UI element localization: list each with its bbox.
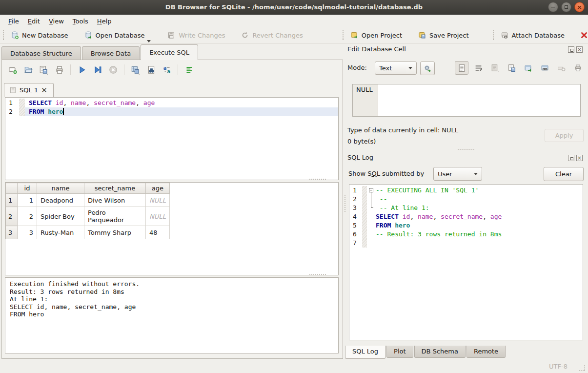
find-button[interactable] xyxy=(144,63,158,76)
auto-switch-mode-button[interactable] xyxy=(420,62,435,75)
execute-line-button[interactable] xyxy=(91,63,104,76)
maximize-button[interactable] xyxy=(561,2,571,12)
line-number: 2 xyxy=(5,107,19,116)
execution-message-box[interactable]: Execution finished without errors. Resul… xyxy=(5,277,339,353)
column-header-secret-name[interactable]: secret_name xyxy=(84,183,146,194)
float-dock-icon[interactable] xyxy=(568,155,574,161)
new-sql-tab-button[interactable] xyxy=(6,63,19,76)
sql-doc-tab-label: SQL 1 xyxy=(20,86,38,94)
save-results-button[interactable] xyxy=(129,63,142,76)
execute-sql-button[interactable] xyxy=(75,63,88,76)
close-dock-icon[interactable]: × xyxy=(576,46,583,53)
format-sql-button[interactable] xyxy=(182,63,196,76)
dock-tab-bar: SQL Log Plot DB Schema Remote xyxy=(345,346,507,359)
fold-collapse-icon[interactable] xyxy=(367,186,375,195)
close-dock-icon[interactable]: × xyxy=(576,155,583,161)
tab-sql-log[interactable]: SQL Log xyxy=(345,346,385,359)
set-null-button[interactable] xyxy=(554,61,568,75)
save-project-button[interactable]: Save Project xyxy=(413,29,473,41)
menu-view[interactable]: View xyxy=(44,16,68,26)
open-in-external-button[interactable] xyxy=(521,61,535,75)
column-header-name[interactable]: name xyxy=(37,183,84,194)
cell-secret-name[interactable]: Dive Wilson xyxy=(84,194,146,207)
code-line[interactable]: FROM hero xyxy=(25,107,338,116)
cell-type-info: Type of data currently in cell: NULL xyxy=(347,126,458,134)
open-database-button[interactable]: Open Database xyxy=(80,29,149,41)
toolbar-drag-handle[interactable] xyxy=(493,30,494,40)
cell-id[interactable]: 2 xyxy=(18,207,37,226)
word-wrap-button[interactable] xyxy=(471,61,485,75)
tab-remote[interactable]: Remote xyxy=(466,346,506,358)
toolbar-drag-handle[interactable] xyxy=(343,30,344,40)
cell-age[interactable]: NULL xyxy=(146,207,170,226)
open-sql-file-button[interactable] xyxy=(21,63,35,76)
export-cell-data-button[interactable] xyxy=(505,61,518,75)
text-cursor xyxy=(63,108,64,115)
log-filter-select[interactable]: User xyxy=(433,167,482,181)
dock-splitter-grip[interactable] xyxy=(458,149,474,150)
apply-button[interactable]: Apply xyxy=(545,129,584,142)
tab-execute-sql[interactable]: Execute SQL xyxy=(141,44,198,60)
sql-doc-tab[interactable]: SQL 1 ✕ xyxy=(4,83,54,97)
save-sql-file-button[interactable] xyxy=(37,63,50,76)
clear-log-button[interactable]: Clear xyxy=(544,167,584,181)
row-header[interactable]: 2 xyxy=(6,207,18,226)
column-header-age[interactable]: age xyxy=(146,183,170,194)
column-header-id[interactable]: id xyxy=(18,183,37,194)
resize-grip[interactable] xyxy=(579,365,585,371)
mode-select[interactable]: Text xyxy=(375,62,417,75)
splitter-grip[interactable] xyxy=(309,274,326,275)
cell-value: NULL xyxy=(356,86,373,93)
menu-tools[interactable]: Tools xyxy=(68,16,93,26)
log-line: 6 -- Result: 3 rows returned in 8ms xyxy=(349,230,583,239)
cell-name[interactable]: Deadpond xyxy=(37,194,84,207)
toolbar-drag-handle[interactable] xyxy=(3,30,4,40)
row-header[interactable]: 3 xyxy=(6,226,18,239)
print-sql-button[interactable] xyxy=(53,63,66,76)
cell-secret-name[interactable]: Pedro Parqueador xyxy=(84,207,146,226)
open-project-button[interactable]: Open Project xyxy=(345,29,406,41)
tab-db-schema[interactable]: DB Schema xyxy=(414,346,466,358)
menu-help[interactable]: Help xyxy=(93,16,116,26)
import-cell-data-button[interactable] xyxy=(488,61,502,75)
cell-value-editor[interactable]: NULL xyxy=(352,84,581,117)
log-line: 5 FROM hero xyxy=(349,221,583,230)
sql-editor[interactable]: 1 SELECT id, name, secret_name, age 2 FR… xyxy=(5,97,339,180)
stop-sql-button[interactable] xyxy=(106,63,120,76)
find-replace-button[interactable]: aa xyxy=(160,63,173,76)
cell-secret-name[interactable]: Tommy Sharp xyxy=(84,226,146,239)
minimize-button[interactable]: − xyxy=(548,2,558,12)
open-database-dropdown-icon[interactable] xyxy=(147,40,151,42)
copy-link-button[interactable] xyxy=(538,61,551,75)
attach-database-button[interactable]: Attach Database xyxy=(496,29,569,41)
tab-database-structure[interactable]: Database Structure xyxy=(1,46,81,60)
cell-name[interactable]: Spider-Boy xyxy=(37,207,84,226)
write-changes-button[interactable]: Write Changes xyxy=(162,29,229,41)
text-mode-button[interactable] xyxy=(455,61,468,75)
close-database-button[interactable]: Close Database xyxy=(576,29,588,41)
menu-edit[interactable]: Edit xyxy=(23,16,44,26)
cell-age[interactable]: NULL xyxy=(146,194,170,207)
close-sql-tab-icon[interactable]: ✕ xyxy=(41,87,47,93)
float-dock-icon[interactable] xyxy=(568,46,574,53)
cell-name[interactable]: Rusty-Man xyxy=(37,226,84,239)
table-row: 1 1 Deadpond Dive Wilson NULL xyxy=(6,194,170,207)
cell-id[interactable]: 3 xyxy=(18,226,37,239)
pane-splitter[interactable] xyxy=(345,195,345,212)
tab-plot[interactable]: Plot xyxy=(386,346,413,358)
sql-log-view[interactable]: 1 -- EXECUTING ALL IN 'SQL 1' 2 -- 3 -- … xyxy=(349,184,583,340)
row-header[interactable]: 1 xyxy=(6,194,18,207)
splitter-grip[interactable] xyxy=(309,179,326,180)
corner-header-cell xyxy=(6,183,18,194)
sql-log-dock-buttons: × xyxy=(568,155,583,161)
new-database-button[interactable]: New Database xyxy=(6,29,73,41)
print-cell-button[interactable] xyxy=(571,61,585,75)
tab-browse-data[interactable]: Browse Data xyxy=(82,46,140,60)
cell-age[interactable]: 48 xyxy=(146,226,170,239)
menu-file[interactable]: File xyxy=(4,16,23,26)
code-line[interactable]: SELECT id, name, secret_name, age xyxy=(25,99,338,107)
revert-changes-icon xyxy=(241,31,249,40)
cell-id[interactable]: 1 xyxy=(18,194,37,207)
revert-changes-button[interactable]: Revert Changes xyxy=(236,29,307,41)
close-button[interactable]: × xyxy=(574,2,585,12)
